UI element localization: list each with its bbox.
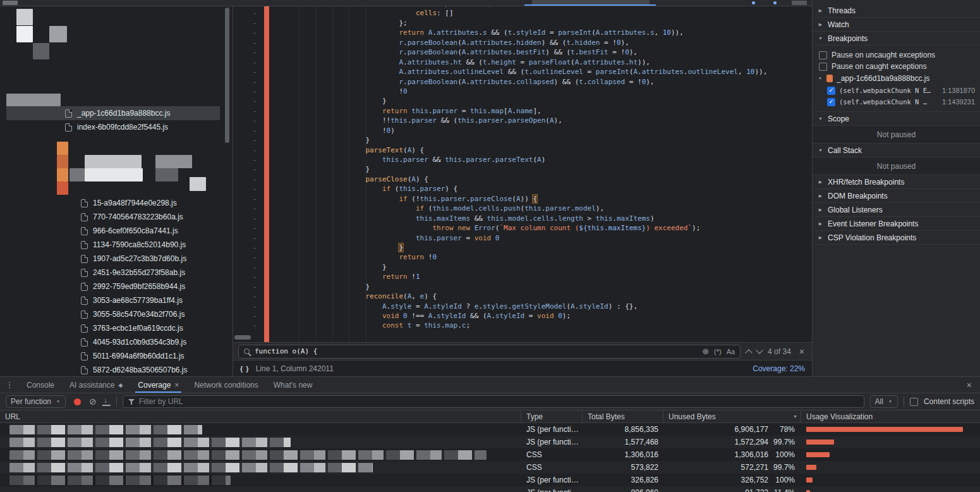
pause-uncaught-exceptions-row[interactable]: Pause on uncaught exceptions — [813, 49, 980, 61]
line-number-gutter[interactable]: - — [233, 126, 264, 135]
column-header-url[interactable]: URL — [0, 410, 521, 422]
coverage-table-row[interactable]: CSS 573,822 572,271 99.7% — [0, 461, 980, 474]
line-number-gutter[interactable]: - — [233, 292, 264, 301]
coverage-table-row[interactable]: JS (per functi… 1,577,468 1,572,294 99.7… — [0, 436, 980, 448]
file-tree-item[interactable]: 3053-ae68c57739ba1ff4.js — [0, 293, 233, 307]
line-number-gutter[interactable]: - — [233, 106, 264, 116]
line-number-gutter[interactable]: - — [233, 302, 264, 311]
line-number-gutter[interactable]: - — [233, 116, 264, 125]
line-number-gutter[interactable]: - — [233, 164, 264, 174]
line-number-gutter[interactable]: - — [233, 311, 264, 321]
url-filter-input[interactable]: Filter by URL — [123, 395, 864, 408]
pause-caught-exceptions-row[interactable]: Pause on caught exceptions — [813, 61, 980, 72]
clear-search-icon[interactable]: ⊗ — [702, 347, 709, 356]
line-number-gutter[interactable]: - — [233, 321, 264, 330]
section-breakpoints[interactable]: ▼ Breakpoints — [813, 32, 980, 46]
sidebar-section-header[interactable]: ▶ DOM Breakpoints — [813, 189, 980, 203]
file-tree-item[interactable]: 3055-58c5470e34b2f706.js — [0, 307, 233, 321]
drawer-menu-icon[interactable]: ⋮ — [0, 380, 19, 390]
coverage-mode-select[interactable]: Per function ▼ — [6, 395, 66, 408]
export-icon[interactable]: ↓ — [102, 398, 111, 406]
line-number-gutter[interactable]: - — [233, 155, 264, 164]
line-number-gutter[interactable]: - — [233, 8, 264, 18]
sidebar-section-header[interactable]: ▶ Global Listeners — [813, 203, 980, 217]
line-number-gutter[interactable]: - — [233, 175, 264, 184]
clear-coverage-icon[interactable]: ⊘ — [89, 397, 97, 407]
file-tree-item[interactable]: _app-1c66d1ba9a888bcc.js — [0, 106, 233, 120]
drawer-tab[interactable]: What's new — [266, 377, 320, 393]
column-header-total-bytes[interactable]: Total Bytes — [583, 410, 663, 422]
pause-caught-checkbox[interactable] — [819, 63, 827, 71]
line-number-gutter[interactable]: - — [233, 214, 264, 223]
next-match-button[interactable] — [756, 347, 763, 354]
sidebar-section-header[interactable]: ▶ Threads — [813, 4, 980, 18]
match-case-toggle-button[interactable]: Aa — [727, 348, 735, 355]
line-number-gutter[interactable]: - — [233, 223, 264, 233]
sidebar-section-header[interactable]: ▶ CSP Violation Breakpoints — [813, 231, 980, 245]
file-tree-item[interactable]: 15-a9a48f7944e0e298.js — [0, 196, 233, 210]
breakpoint-checkbox[interactable] — [827, 98, 835, 106]
coverage-table-row[interactable]: JS (per functi… 326,826 326,752 100% — [0, 474, 980, 486]
breakpoint-file-group[interactable]: ▼ _app-1c66d1ba9a888bcc.js — [813, 72, 980, 85]
code-editor[interactable]: - width: parseFloat(A.attributes.width),… — [233, 6, 812, 342]
breakpoint-checkbox[interactable] — [827, 87, 835, 95]
file-tree-item[interactable]: 5011-6994a6f9b60dd1c1.js — [0, 349, 233, 363]
line-number-gutter[interactable]: - — [233, 252, 264, 262]
sidebar-section-header[interactable]: ▶ Watch — [813, 18, 980, 32]
line-number-gutter[interactable]: - — [233, 184, 264, 194]
pretty-print-icon[interactable]: { } — [240, 365, 250, 372]
coverage-table-row[interactable]: JS (per functi… 806,960 91,722 11.4% — [0, 486, 980, 492]
drawer-tab[interactable]: Console — [19, 377, 62, 393]
type-filter-select[interactable]: All ▼ — [870, 395, 898, 408]
file-tree-item[interactable]: 2992-759ed9bf2658b944.js — [0, 280, 233, 293]
search-input[interactable]: function o(A) { ⊗ (*) Aa — [238, 345, 741, 359]
column-header-type[interactable]: Type — [521, 410, 583, 422]
drawer-tab[interactable]: AI assistance ◆ — [62, 377, 130, 393]
line-number-gutter[interactable]: - — [233, 262, 264, 272]
line-number-gutter[interactable]: - — [233, 243, 264, 252]
content-scripts-checkbox[interactable] — [910, 398, 918, 406]
close-tab-icon[interactable]: × — [174, 381, 179, 390]
pause-uncaught-checkbox[interactable] — [819, 51, 827, 59]
line-number-gutter[interactable]: - — [233, 96, 264, 106]
column-header-usage-visualization[interactable]: Usage Visualization — [801, 410, 980, 422]
file-tree-item[interactable]: index-6b09fcdd8e2f5445.js — [0, 120, 233, 134]
line-number-gutter[interactable]: - — [233, 233, 264, 243]
line-number-gutter[interactable]: - — [233, 194, 264, 204]
file-tree-item[interactable]: 1134-7590ca8c52014b90.js — [0, 238, 233, 252]
line-number-gutter[interactable]: - — [233, 135, 264, 145]
line-number-gutter[interactable]: - — [233, 87, 264, 96]
sidebar-section-header[interactable]: ▶ Event Listener Breakpoints — [813, 217, 980, 231]
line-number-gutter[interactable]: - — [233, 282, 264, 292]
line-number-gutter[interactable]: - — [233, 67, 264, 77]
breakpoint-entry[interactable]: (self.webpackChunk_N_E… 1:1381870 — [813, 85, 980, 96]
devtools-tab-strip[interactable] — [0, 0, 812, 6]
line-number-gutter[interactable]: - — [233, 145, 264, 155]
file-tree-item[interactable]: 2451-9e32b55d273f58ab.js — [0, 266, 233, 280]
coverage-table-row[interactable]: CSS 1,306,016 1,306,016 100% — [0, 448, 980, 461]
file-tree-item[interactable]: 4045-93d1c0b9d354c3b9.js — [0, 335, 233, 349]
line-number-gutter[interactable]: - — [233, 18, 264, 28]
line-number-gutter[interactable]: - — [233, 204, 264, 213]
line-number-gutter[interactable]: - — [233, 28, 264, 37]
coverage-link[interactable]: Coverage: 22% — [753, 364, 805, 373]
file-tree-item[interactable]: 966-6cef0f650c8a7441.js — [0, 224, 233, 238]
file-tree-item[interactable]: 5872-d6248ba3506507b6.js — [0, 363, 233, 376]
column-header-unused-bytes[interactable]: Unused Bytes ▼ — [663, 410, 801, 422]
line-number-gutter[interactable]: - — [233, 77, 264, 87]
file-tree-item[interactable]: 1907-ad5c27c3b3b7d60b.js — [0, 252, 233, 266]
record-button[interactable] — [74, 398, 81, 405]
close-search-icon[interactable]: × — [797, 347, 807, 357]
line-number-gutter[interactable]: - — [233, 38, 264, 47]
search-query[interactable]: function o(A) { — [255, 347, 697, 355]
drawer-tab[interactable]: Network conditions — [186, 377, 265, 393]
navigator-scrollbar[interactable] — [225, 8, 229, 143]
editor-horizontal-scrollbar[interactable] — [234, 335, 251, 340]
file-tree-item[interactable]: 3763-ecbc1ef0a619ccdc.js — [0, 321, 233, 335]
regex-toggle-button[interactable]: (*) — [714, 348, 722, 355]
close-drawer-icon[interactable]: × — [959, 380, 980, 390]
line-number-gutter[interactable]: - — [233, 47, 264, 57]
coverage-table-row[interactable]: JS (per functi… 8,856,335 6,906,177 78% — [0, 423, 980, 436]
section-scope[interactable]: ▼ Scope — [813, 112, 980, 126]
breakpoint-entry[interactable]: (self.webpackChunk_N_… 1:1439231 — [813, 96, 980, 108]
